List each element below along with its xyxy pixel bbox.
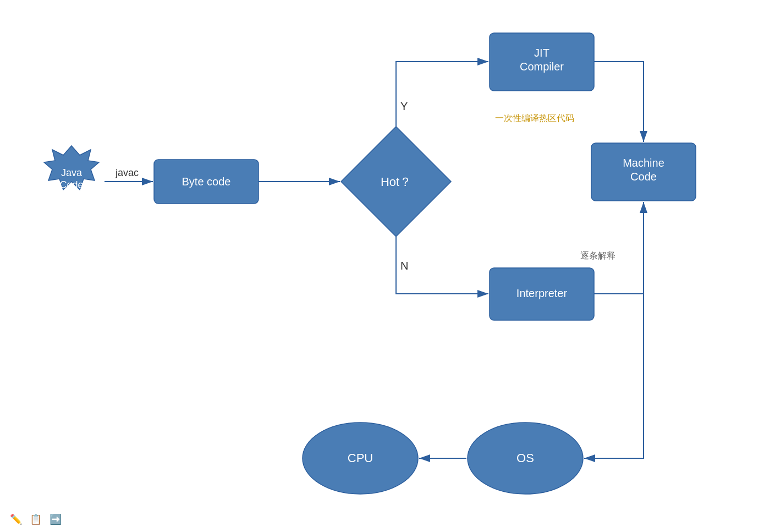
export-icon[interactable]: ➡️ [50,513,62,525]
interpret-annotation: 逐条解释 [580,251,615,260]
jit-label2: Compiler [520,61,564,73]
interpreter-label: Interpreter [516,287,568,299]
javac-label: javac [115,167,139,178]
hot-label: Hot？ [381,175,411,189]
arrow-jit-to-machine [594,62,644,142]
toolbar: ✏️ 📋 ➡️ [10,513,62,525]
flow-diagram-svg: javac Y 一次性编译热区代码 N 逐条解释 Java Code Byte … [0,0,764,532]
arrow-machine-to-os [584,202,644,458]
machine-code-label2: Code [630,171,657,183]
byte-code-label: Byte code [182,175,231,188]
arrow-interpreter-to-machine [594,202,644,294]
y-label: Y [400,100,408,112]
jit-label1: JIT [534,47,549,59]
os-label: OS [516,451,534,465]
machine-code-label1: Machine [623,157,664,169]
cpu-label: CPU [348,451,373,465]
n-label: N [400,260,408,272]
java-code-label: Java [61,167,83,178]
diagram-container: javac Y 一次性编译热区代码 N 逐条解释 Java Code Byte … [0,0,764,532]
java-code-label2: Code [59,179,83,190]
hot-compile-annotation: 一次性编译热区代码 [495,113,574,123]
arrow-hot-to-jit [396,62,488,127]
arrow-hot-to-interpreter [396,237,488,294]
notes-icon[interactable]: 📋 [30,513,42,525]
edit-icon[interactable]: ✏️ [10,513,22,525]
